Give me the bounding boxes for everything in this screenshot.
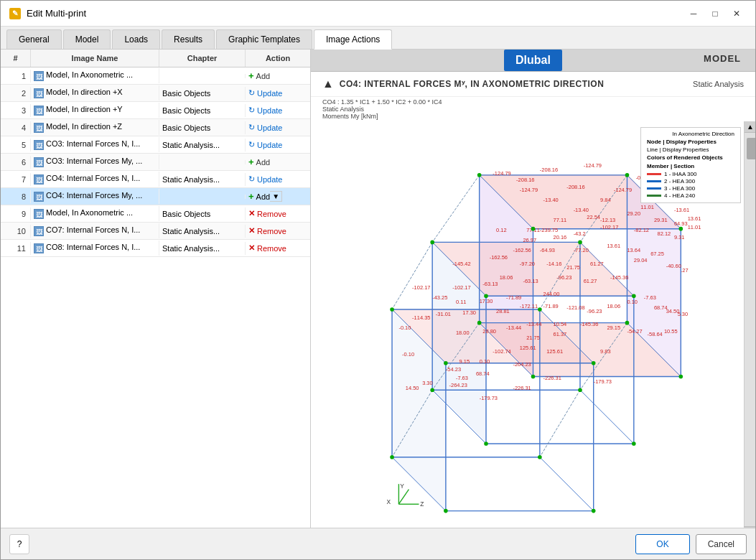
scrollbar-track: [745, 136, 755, 162]
row-image-name: 🖼CO3: Internal Forces N, I...: [31, 137, 159, 151]
svg-text:21.75: 21.75: [566, 264, 580, 271]
legend-box: In Axonometric Direction Node | Display …: [640, 127, 741, 203]
viz-header: ▲ CO4: INTERNAL FORCES Mʸ, IN AXONOMETRI…: [311, 72, 755, 97]
refresh-icon: ↻: [248, 88, 255, 98]
action-update: ↻ Update: [248, 174, 307, 184]
svg-text:68.74: 68.74: [476, 370, 490, 377]
table-row[interactable]: 9 🖼Model, In Axonometric ... Basic Objec…: [1, 205, 310, 223]
svg-text:-226.31: -226.31: [513, 385, 531, 391]
tab-model[interactable]: Model: [63, 29, 111, 49]
tab-graphic-templates[interactable]: Graphic Templates: [216, 29, 312, 49]
svg-line-158: [398, 490, 409, 505]
row-action[interactable]: ↻ Update: [246, 103, 310, 117]
svg-point-177: [538, 455, 542, 459]
image-list-panel: # Image Name Chapter Action 1 🖼Model, In…: [1, 50, 311, 528]
tab-general[interactable]: General: [6, 29, 62, 49]
svg-text:-124.79: -124.79: [493, 170, 510, 177]
help-icon[interactable]: ?: [9, 534, 29, 554]
row-action[interactable]: + Add: [246, 154, 310, 169]
svg-text:125.61: 125.61: [520, 345, 536, 351]
table-row[interactable]: 5 🖼CO3: Internal Forces N, I... Static A…: [1, 136, 310, 154]
table-row[interactable]: 4 🖼Model, In direction +Z Basic Objects …: [1, 119, 310, 136]
refresh-icon: ↻: [248, 106, 255, 115]
svg-text:-96.23: -96.23: [587, 308, 602, 314]
table-row[interactable]: 3 🖼Model, In direction +Y Basic Objects …: [1, 102, 310, 119]
dlubal-logo: Dlubal: [504, 50, 562, 71]
svg-text:13.61: 13.61: [607, 243, 620, 249]
svg-point-184: [444, 509, 448, 513]
row-action[interactable]: +Add▼: [246, 189, 310, 204]
row-action[interactable]: ↻ Update: [246, 172, 310, 186]
svg-text:-102.17: -102.17: [412, 284, 430, 291]
row-number: 10: [1, 225, 31, 238]
plus-icon: +: [248, 191, 254, 202]
row-image-name: 🖼Model, In Axonometric ...: [31, 68, 159, 83]
close-button[interactable]: ✕: [727, 6, 747, 21]
maximize-button[interactable]: □: [705, 6, 725, 21]
row-action[interactable]: ✕ Remove: [246, 241, 310, 255]
minimize-button[interactable]: ─: [683, 6, 704, 21]
table-row[interactable]: 7 🖼CO4: Internal Forces N, I... Static A…: [1, 171, 310, 188]
row-action[interactable]: + Add: [246, 68, 310, 83]
row-image-name: 🖼Model, In direction +X: [31, 85, 159, 100]
tab-loads[interactable]: Loads: [112, 29, 160, 49]
svg-text:29.04: 29.04: [634, 257, 648, 263]
scroll-down-arrow[interactable]: ▼: [744, 526, 755, 528]
row-action[interactable]: ↻ Update: [246, 86, 310, 100]
svg-text:-145.36: -145.36: [580, 321, 598, 327]
scrollbar-thumb[interactable]: [747, 138, 755, 159]
legend-item-2: 2 - HEA 300: [647, 178, 734, 185]
svg-text:-145.42: -145.42: [452, 261, 470, 267]
legend-item-1: 1 - IHAA 300: [647, 171, 734, 177]
svg-text:68.74: 68.74: [654, 304, 668, 311]
row-action[interactable]: ↻ Update: [246, 138, 310, 151]
row-action[interactable]: ✕ Remove: [246, 207, 310, 220]
svg-text:-13.40: -13.40: [574, 207, 589, 213]
row-action[interactable]: ✕ Remove: [246, 224, 310, 238]
viz-info: CO4 : 1.35 * IC1 + 1.50 * IC2 + 0.00 * I…: [311, 97, 755, 121]
svg-point-175: [538, 307, 542, 312]
svg-line-51: [540, 390, 580, 457]
vertical-scrollbar[interactable]: ▲ ▼: [744, 121, 755, 528]
svg-text:-63.13: -63.13: [482, 281, 498, 287]
refresh-icon: ↻: [248, 174, 255, 184]
table-row[interactable]: 6 🖼CO3: Internal Forces My, ... + Add: [1, 154, 310, 171]
table-row[interactable]: 10 🖼CO7: Internal Forces N, I... Static …: [1, 223, 310, 240]
svg-line-39: [540, 457, 594, 511]
viz-title-text: CO4: INTERNAL FORCES Mʸ, IN AXONOMETRIC …: [340, 79, 605, 89]
row-image-name: 🖼CO4: Internal Forces N, I...: [31, 172, 159, 186]
svg-text:3.30: 3.30: [422, 380, 433, 386]
cancel-button[interactable]: Cancel: [696, 534, 747, 554]
tab-image-actions[interactable]: Image Actions: [314, 29, 392, 50]
ok-button[interactable]: OK: [635, 534, 689, 554]
legend-direction: In Axonometric Direction: [647, 131, 734, 137]
table-row[interactable]: 2 🖼Model, In direction +X Basic Objects …: [1, 85, 310, 102]
svg-text:-208.16: -208.16: [516, 177, 534, 183]
svg-text:5.30: 5.30: [678, 311, 689, 317]
main-content: # Image Name Chapter Action 1 🖼Model, In…: [1, 50, 755, 528]
legend-label-2: 2 - HEA 300: [664, 178, 695, 185]
scroll-up-arrow[interactable]: ▲: [745, 121, 755, 133]
bottom-right: OK Cancel: [635, 534, 747, 554]
col-action: Action: [246, 50, 310, 67]
table-row[interactable]: 1 🖼Model, In Axonometric ... + Add: [1, 67, 310, 85]
svg-text:28.80: 28.80: [482, 328, 496, 335]
row-action[interactable]: ↻ Update: [246, 121, 310, 134]
svg-text:-264.23: -264.23: [449, 382, 467, 388]
main-window: ✎ Edit Multi-print ─ □ ✕ General Model L…: [0, 0, 756, 560]
row-chapter: Basic Objects: [159, 104, 246, 117]
table-row[interactable]: 11 🖼CO8: Internal Forces N, I... Static …: [1, 240, 310, 257]
legend-title1: Node | Display Properties: [647, 139, 734, 145]
svg-point-182: [444, 361, 448, 365]
window-title: Edit Multi-print: [27, 8, 86, 19]
image-icon: 🖼: [34, 106, 44, 116]
viz-canvas: -124.79 -208.16 -208.16 -208.16 -124.79 …: [311, 121, 755, 528]
col-image-name: Image Name: [31, 50, 159, 67]
svg-text:10.55: 10.55: [664, 328, 678, 335]
tab-results[interactable]: Results: [162, 29, 215, 49]
action-remove: ✕ Remove: [248, 243, 307, 253]
image-icon: 🖼: [34, 88, 44, 98]
dropdown-arrow[interactable]: ▼: [270, 191, 282, 202]
table-row[interactable]: 8 🖼CO4: Internal Forces My, ... +Add▼: [1, 188, 310, 205]
svg-text:28.81: 28.81: [496, 308, 510, 314]
